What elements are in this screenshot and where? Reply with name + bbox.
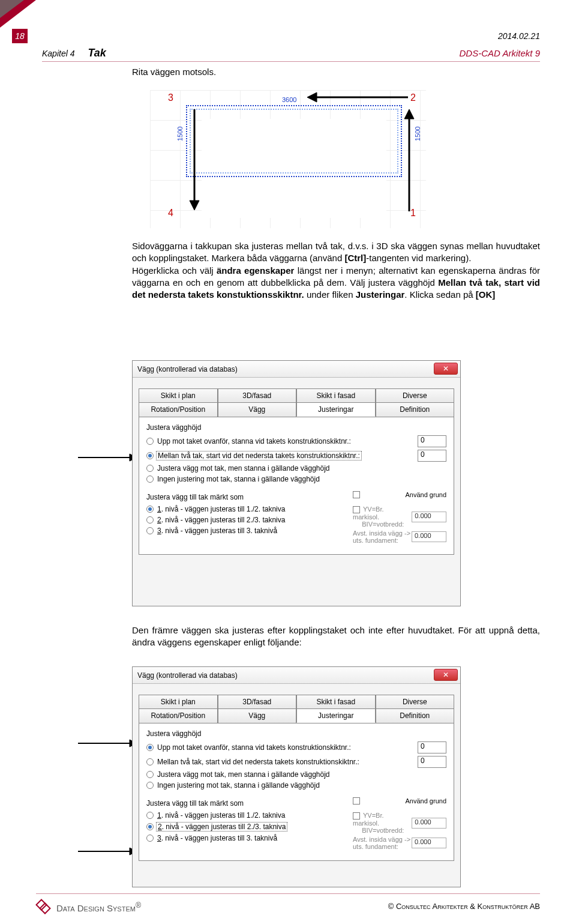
radio-level-2[interactable] (146, 516, 154, 524)
footer-logo: Data Design System® (36, 899, 141, 915)
tab-skikt-i-plan[interactable]: Skikt i plan (139, 695, 218, 708)
trademark: ® (136, 901, 141, 910)
value-input[interactable]: 0.000 (412, 531, 446, 542)
dialog-titlebar[interactable]: Vägg (kontrollerad via databas) ✕ (133, 667, 460, 684)
radio-option-3[interactable] (146, 771, 154, 778)
t: under fliken (304, 289, 356, 300)
diagram-corner-3: 3 (168, 92, 173, 103)
tab-panel: Justera vägghöjd Upp mot taket ovanför, … (139, 417, 454, 555)
tab-vagg[interactable]: Vägg (218, 402, 297, 417)
checkbox-yv[interactable] (353, 812, 360, 820)
dialog-wall-2: Vägg (kontrollerad via databas) ✕ Skikt … (132, 666, 461, 887)
tab-rotation[interactable]: Rotation/Position (139, 402, 218, 417)
footer-divider (36, 893, 540, 894)
tab-rotation[interactable]: Rotation/Position (139, 708, 218, 723)
radio-label: Mellan två tak, start vid det nedersta t… (157, 758, 359, 766)
radio-label: Ingen justering mot tak, stanna i gällan… (157, 781, 320, 790)
arrow-down-icon (187, 109, 202, 211)
tab-justeringar[interactable]: Justeringar (296, 402, 376, 417)
intro-text: Rita väggen motsols. (132, 66, 540, 78)
pointer-arrow-icon (78, 737, 138, 749)
footer-copyright: © Consultec Arkitekter & Konstruktörer A… (388, 902, 540, 911)
dialog-title: Vägg (kontrollerad via databas) (137, 365, 238, 373)
checkbox-yv[interactable] (353, 506, 360, 513)
checkbox-anvand-grund[interactable] (353, 797, 360, 805)
value-input-2[interactable]: 0 (418, 756, 446, 768)
svg-marker-1 (190, 201, 199, 210)
arrow-left-icon (306, 90, 408, 104)
instruction-text-1: Sidoväggarna i takkupan ska justeras mel… (132, 240, 540, 301)
diagram-corner-4: 4 (168, 208, 173, 219)
dialog-wall-1: Vägg (kontrollerad via databas) ✕ Skikt … (132, 360, 461, 606)
radio-label: 11. nivå - väggen justeras till 1./2. ta… (157, 505, 285, 513)
checkbox-anvand-grund[interactable] (353, 491, 360, 498)
group-justera-vagghojd: Justera vägghöjd (146, 423, 446, 432)
svg-marker-5 (404, 109, 414, 119)
section-title: Tak (88, 47, 106, 59)
tab-panel: Justera vägghöjd Upp mot taket ovanför, … (139, 723, 454, 861)
value-input-2[interactable]: 0 (418, 450, 446, 462)
radio-label: Justera vägg mot tak, men stanna i gälla… (157, 464, 330, 473)
tab-vagg[interactable]: Vägg (218, 708, 297, 723)
dim-left: 1500 (176, 127, 184, 141)
tab-definition[interactable]: Definition (376, 402, 455, 417)
value-input[interactable]: 0.000 (412, 838, 446, 848)
t: ändra egenskaper (217, 265, 295, 276)
header-date: 2014.02.21 (498, 31, 540, 41)
label: BIV=votbredd: (362, 521, 404, 528)
radio-option-2[interactable] (146, 758, 154, 765)
diagram: 3 2 4 1 3600 1500 1500 (150, 90, 426, 228)
tab-skikt-i-plan[interactable]: Skikt i plan (139, 388, 218, 402)
radio-label: Upp mot taket ovanför, stanna vid takets… (157, 437, 351, 445)
dim-top: 3600 (282, 96, 296, 103)
radio-label: 1. nivå - väggen justeras till 1./2. tak… (157, 811, 285, 820)
footer-brand: Data Design System (56, 903, 136, 913)
group-justera-vagghojd: Justera vägghöjd (146, 729, 446, 738)
radio-option-1[interactable] (146, 744, 154, 751)
tab-3d-fasad[interactable]: 3D/fasad (218, 695, 297, 708)
radio-option-1[interactable] (146, 438, 154, 445)
radio-label: 2. nivå - väggen justeras till 2./3. tak… (157, 516, 285, 524)
label: uts. fundament: (353, 843, 398, 850)
tab-definition[interactable]: Definition (376, 708, 455, 723)
t: Sidoväggarna i takkupan ska justeras mel… (132, 241, 540, 263)
value-input-1[interactable]: 0 (418, 741, 446, 753)
radio-level-3[interactable] (146, 527, 154, 534)
tab-skikt-i-fasad[interactable]: Skikt i fasad (296, 388, 376, 402)
tab-skikt-i-fasad[interactable]: Skikt i fasad (296, 695, 376, 708)
arrow-up-icon (402, 109, 416, 211)
value-input-1[interactable]: 0 (418, 435, 446, 447)
header-divider (42, 61, 540, 62)
close-button[interactable]: ✕ (434, 669, 458, 681)
chapter-label: Kapitel 4 (42, 49, 74, 58)
dds-logo-icon (36, 899, 52, 915)
page-number: 18 (12, 29, 28, 43)
t: -tangenten vid markering). (366, 253, 471, 263)
radio-label: Mellan två tak, start vid det nedersta t… (156, 451, 362, 460)
radio-level-1[interactable] (146, 506, 154, 513)
radio-level-2[interactable] (146, 823, 154, 830)
radio-option-4[interactable] (146, 476, 154, 483)
value-input[interactable]: 0.000 (412, 818, 446, 829)
radio-label: Ingen justering mot tak, stanna i gällan… (157, 475, 320, 483)
label: Avst. insida vägg -> (353, 530, 410, 537)
radio-label: 3. nivå - väggen justeras till 3. takniv… (157, 834, 277, 842)
pointer-arrow-icon (78, 845, 138, 857)
radio-level-1[interactable] (146, 812, 154, 819)
radio-option-3[interactable] (146, 465, 154, 472)
tab-diverse[interactable]: Diverse (376, 388, 455, 402)
label: uts. fundament: (353, 537, 398, 544)
checkbox-label: Använd grund (406, 491, 447, 498)
group-justera-vagg-till-tak: Justera vägg till tak märkt som (146, 799, 350, 808)
tab-diverse[interactable]: Diverse (376, 695, 455, 708)
radio-level-3[interactable] (146, 835, 154, 842)
value-input[interactable]: 0.000 (412, 512, 446, 522)
tab-justeringar[interactable]: Justeringar (296, 708, 376, 723)
dialog-titlebar[interactable]: Vägg (kontrollerad via databas) ✕ (133, 361, 460, 378)
radio-option-4[interactable] (146, 782, 154, 789)
close-button[interactable]: ✕ (434, 363, 458, 375)
radio-option-2[interactable] (146, 452, 154, 459)
tab-3d-fasad[interactable]: 3D/fasad (218, 388, 297, 402)
dialog-title: Vägg (kontrollerad via databas) (137, 671, 238, 680)
pointer-arrow-icon (78, 451, 138, 464)
